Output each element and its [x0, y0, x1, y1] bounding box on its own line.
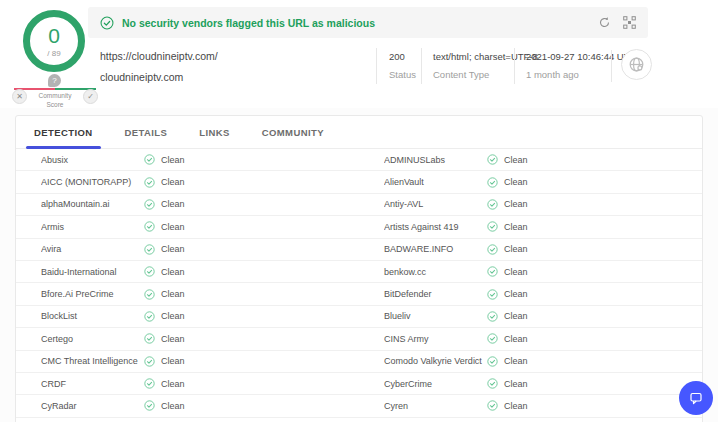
divider — [421, 48, 422, 84]
analysis-date-meta: 2021-09-27 10:46:44 UTC 1 month ago — [526, 51, 636, 80]
community-score-bar — [14, 88, 96, 90]
scanned-domain: cloudnineiptv.com — [100, 71, 218, 83]
status-code: 200 — [389, 51, 416, 62]
status-label: Clean — [161, 222, 185, 232]
clean-check-icon — [144, 333, 155, 344]
table-row: ADMINUSLabsClean — [359, 149, 702, 171]
vendor-status: Clean — [487, 244, 528, 255]
status-label: Clean — [161, 311, 185, 321]
status-label: Clean — [161, 401, 185, 411]
status-label: Clean — [504, 155, 528, 165]
vote-malicious-button[interactable]: ✕ — [12, 89, 27, 104]
status-label: Clean — [161, 267, 185, 277]
detection-columns: AbusixCleanAICC (MONITORAPP)CleanalphaMo… — [16, 149, 702, 422]
status-label: Clean — [161, 289, 185, 299]
status-label: Clean — [504, 334, 528, 344]
table-row: AviraClean — [16, 239, 359, 261]
status-label: Clean — [504, 199, 528, 209]
vendor-name: Armis — [41, 222, 144, 232]
table-row: DNS8Clean — [359, 418, 702, 422]
chat-bubble-icon — [688, 390, 704, 406]
vendor-name: AICC (MONITORAPP) — [41, 177, 144, 187]
vendor-status: Clean — [487, 311, 528, 322]
vendor-name: CRDF — [41, 379, 144, 389]
vendor-name: BlockList — [41, 311, 144, 321]
community-score-help-icon[interactable]: ? — [48, 74, 61, 87]
table-row: benkow.ccClean — [359, 261, 702, 283]
vendor-status: Clean — [487, 221, 528, 232]
table-row: Comodo Valkyrie VerdictClean — [359, 351, 702, 373]
clean-check-icon — [487, 266, 498, 277]
url-block: https://cloudnineiptv.com/ cloudnineiptv… — [100, 50, 218, 83]
vendor-name: BADWARE.INFO — [384, 244, 487, 254]
clean-check-icon — [144, 289, 155, 300]
site-favicon — [621, 49, 652, 80]
vendor-status: Clean — [487, 177, 528, 188]
content-type-meta: text/html; charset=UTF-8 Content Type — [433, 51, 538, 80]
clean-check-icon — [487, 333, 498, 344]
vendor-status: Clean — [487, 266, 528, 277]
table-row: CMC Threat IntelligenceClean — [16, 351, 359, 373]
vendor-name: Certego — [41, 334, 144, 344]
table-row: Bfore.Ai PreCrimeClean — [16, 283, 359, 305]
tab-details[interactable]: DETAILS — [117, 116, 176, 148]
chat-support-button[interactable] — [679, 381, 713, 415]
status-label: Clean — [161, 379, 185, 389]
clean-check-icon — [144, 221, 155, 232]
vendor-status: Clean — [144, 400, 185, 411]
vendor-status: Clean — [144, 154, 185, 165]
status-label: Clean — [161, 199, 185, 209]
clean-check-icon — [144, 154, 155, 165]
score-total: / 89 — [47, 49, 60, 58]
status-label: Clean — [504, 379, 528, 389]
vendor-name: alphaMountain.ai — [41, 199, 144, 209]
clean-check-icon — [487, 199, 498, 210]
status-label: Clean — [161, 334, 185, 344]
tab-detection[interactable]: DETECTION — [26, 116, 101, 148]
clean-check-icon — [487, 356, 498, 367]
tab-community[interactable]: COMMUNITY — [254, 116, 332, 148]
clean-check-icon — [487, 400, 498, 411]
vendor-status: Clean — [144, 199, 185, 210]
status-label: Clean — [161, 244, 185, 254]
clean-check-icon — [144, 356, 155, 367]
vendor-name: BitDefender — [384, 289, 487, 299]
globe-icon — [628, 56, 645, 73]
table-row: Artists Against 419Clean — [359, 216, 702, 238]
vendor-name: Avira — [41, 244, 144, 254]
vendor-status: Clean — [487, 333, 528, 344]
status-meta: 200 Status — [389, 51, 416, 80]
table-row: CINS ArmyClean — [359, 328, 702, 350]
reanalyze-button[interactable] — [598, 16, 611, 29]
vendor-name: Blueliv — [384, 311, 487, 321]
detection-column-left: AbusixCleanAICC (MONITORAPP)CleanalphaMo… — [16, 149, 359, 422]
vendor-name: CMC Threat Intelligence — [41, 356, 144, 366]
table-row: AlienVaultClean — [359, 171, 702, 193]
divider — [514, 48, 515, 84]
vendor-status: Clean — [144, 333, 185, 344]
vendor-status: Clean — [144, 378, 185, 389]
clean-check-icon — [487, 289, 498, 300]
status-label: Clean — [504, 356, 528, 366]
vendor-status: Clean — [144, 356, 185, 367]
vendor-name: Abusix — [41, 155, 144, 165]
status-label: Clean — [161, 155, 185, 165]
clean-check-icon — [144, 311, 155, 322]
clean-check-icon — [144, 400, 155, 411]
clean-check-icon — [487, 244, 498, 255]
vendor-name: CyberCrime — [384, 379, 487, 389]
table-row: Baidu-InternationalClean — [16, 261, 359, 283]
vote-harmless-button[interactable]: ✓ — [83, 89, 98, 104]
clean-check-icon — [487, 378, 498, 389]
graph-explore-button[interactable] — [623, 16, 636, 29]
vendor-name: Bfore.Ai PreCrime — [41, 289, 144, 299]
table-row: Antiy-AVLClean — [359, 194, 702, 216]
status-label: Clean — [161, 177, 185, 187]
vendor-status: Clean — [144, 311, 185, 322]
table-row: desenmascara.meClean — [16, 418, 359, 422]
content-type-value: text/html; charset=UTF-8 — [433, 51, 538, 62]
tab-links[interactable]: LINKS — [191, 116, 238, 148]
clean-check-icon — [144, 266, 155, 277]
scanned-url: https://cloudnineiptv.com/ — [100, 50, 218, 62]
vendor-status: Clean — [487, 289, 528, 300]
